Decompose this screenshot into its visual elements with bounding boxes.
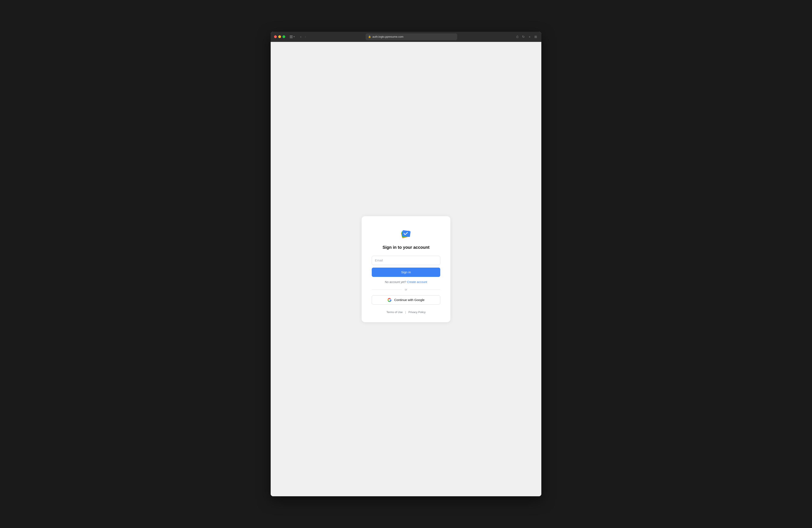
back-button[interactable]: ‹ (299, 34, 303, 39)
address-bar[interactable]: 🔒 auth.logto.ppresume.com (366, 33, 457, 40)
maximize-button[interactable] (282, 35, 285, 38)
nav-buttons: ‹ › (299, 34, 307, 39)
email-input[interactable] (372, 256, 440, 265)
address-bar-container: 🔒 auth.logto.ppresume.com (310, 33, 513, 40)
terms-link[interactable]: Terms of Use (387, 311, 403, 314)
browser-titlebar: ▾ ‹ › 🔒 auth.logto.ppresume.com ⎙ ↻ + ⊞ (271, 32, 541, 42)
traffic-lights (274, 35, 285, 38)
browser-content: Sign in to your account Sign in No accou… (271, 42, 541, 496)
create-account-link[interactable]: Create account (407, 280, 427, 284)
url-text: auth.logto.ppresume.com (372, 35, 404, 38)
google-button-label: Continue with Google (394, 298, 424, 302)
email-form-group (372, 256, 440, 265)
signin-card: Sign in to your account Sign in No accou… (362, 216, 450, 322)
browser-window: ▾ ‹ › 🔒 auth.logto.ppresume.com ⎙ ↻ + ⊞ (271, 32, 541, 496)
google-icon (387, 298, 392, 302)
close-button[interactable] (274, 35, 277, 38)
share-button[interactable]: ⎙ (516, 34, 519, 39)
divider-text: or (405, 288, 407, 291)
google-signin-button[interactable]: Continue with Google (372, 295, 440, 304)
grid-button[interactable]: ⊞ (534, 34, 538, 39)
sidebar-icon (289, 35, 293, 39)
divider: or (372, 288, 440, 291)
svg-rect-1 (290, 37, 293, 37)
minimize-button[interactable] (278, 35, 281, 38)
new-tab-button[interactable]: + (528, 34, 532, 39)
forward-button[interactable]: › (303, 34, 307, 39)
no-account-text: No account yet? Create account (385, 280, 427, 284)
privacy-link[interactable]: Privacy Policy (408, 311, 426, 314)
svg-rect-2 (290, 38, 293, 38)
app-logo (399, 226, 413, 240)
page-title: Sign in to your account (382, 245, 430, 250)
footer-links: Terms of Use | Privacy Policy (387, 311, 426, 314)
svg-rect-0 (290, 35, 293, 36)
signin-button[interactable]: Sign in (372, 268, 440, 277)
footer-divider: | (405, 311, 406, 314)
reload-button[interactable]: ↻ (521, 34, 526, 39)
logo-svg (399, 226, 413, 240)
sidebar-toggle[interactable]: ▾ (289, 35, 295, 39)
toolbar-right: ⎙ ↻ + ⊞ (516, 34, 538, 39)
lock-icon: 🔒 (368, 35, 371, 38)
